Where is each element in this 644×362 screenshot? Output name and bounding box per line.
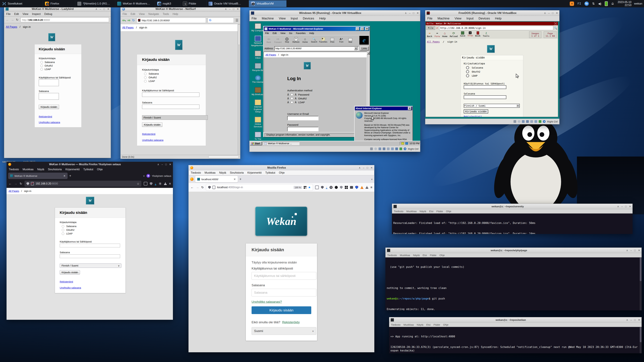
register-link[interactable]: Rekisteröinti	[142, 133, 156, 135]
password-input[interactable]: Salasana	[252, 289, 316, 297]
forward-icon[interactable]: →	[196, 186, 199, 189]
taskbar-button-virtualbox-manager[interactable]: Oracle VM VirtualBox M...	[206, 0, 244, 7]
new-tab-button[interactable]: +	[69, 174, 71, 178]
restore-button[interactable]: –	[548, 11, 550, 14]
menu-hamburger-icon[interactable]: ≡	[370, 186, 372, 189]
menu-muokkaa[interactable]: Muokkaa	[400, 254, 410, 257]
download-icon[interactable]: ↓	[326, 186, 327, 189]
back-icon[interactable]: ←	[8, 182, 12, 186]
address-dropdown-icon[interactable]: ▼	[354, 47, 358, 50]
close-button[interactable]: ✕	[638, 249, 640, 252]
stop-button[interactable]: ✕Stop	[282, 37, 291, 43]
close-button[interactable]: ✕	[107, 7, 109, 10]
minimize-button[interactable]: ∧	[544, 11, 546, 14]
battery-icon[interactable]	[605, 1, 608, 6]
maximize-button[interactable]: □	[552, 11, 554, 14]
restore-button[interactable]: –	[621, 205, 623, 208]
language-select[interactable]: Suomi∨	[252, 327, 316, 335]
url-bar[interactable]: http://192.168.0.20:8000/	[20, 17, 109, 22]
menu-view[interactable]: View	[280, 32, 286, 34]
close-button[interactable]: ✕	[554, 22, 557, 25]
maximize-button[interactable]: □	[634, 249, 636, 252]
minimize-button[interactable]: ∧	[359, 166, 360, 169]
maximize-button[interactable]: □	[103, 7, 105, 10]
forgot-password-link[interactable]: Unohtuiko salasana	[142, 139, 163, 141]
network-icon[interactable]: ⇅	[592, 2, 595, 5]
menu-tiedosto[interactable]: Tiedosto	[191, 171, 201, 174]
save-button[interactable]: Save	[460, 31, 465, 37]
register-link[interactable]: Rekisteröidy	[282, 321, 300, 324]
menu-go[interactable]: Go	[289, 32, 292, 34]
back-icon[interactable]: ←	[190, 186, 194, 189]
url-bar[interactable]: 192.168.0.20:8000 ☆	[24, 181, 142, 187]
back-icon[interactable]: ←	[6, 18, 9, 22]
minimize-button[interactable]: ∧	[405, 11, 407, 14]
icon-my-briefcase[interactable]: My Briefcase	[251, 87, 265, 96]
minimize-button[interactable]: ∧	[626, 319, 628, 322]
horizontal-scrollbar[interactable]	[208, 156, 239, 158]
restore-button[interactable]: –	[100, 7, 101, 10]
download-icon[interactable]: ↓	[155, 182, 156, 185]
back-button[interactable]: ⬅Back	[427, 31, 432, 37]
extension-orange-icon[interactable]	[360, 186, 364, 189]
minimize-button[interactable]: ∧	[617, 205, 619, 208]
firefox-titlebar[interactable]: Mozilla Firefox ∧–□✕	[188, 165, 374, 170]
menu-ohje[interactable]: Ohje	[446, 210, 451, 213]
icon-recycle-bin[interactable]: Recycle Bin	[251, 63, 265, 72]
close-button[interactable]: ✕	[169, 163, 171, 166]
forgot-password-link[interactable]: Unohtuiko salasana	[39, 121, 60, 124]
menu-sivuhistoria[interactable]: Sivuhistoria	[48, 168, 62, 171]
close-button[interactable]: ✕	[365, 27, 369, 30]
maximize-button[interactable]: □	[360, 27, 364, 30]
menu-view[interactable]: View	[139, 12, 144, 15]
terminal-titlebar[interactable]: wekan@z: ~/repos/w/php/page ∧–□✕	[386, 248, 642, 253]
display-tray-icon[interactable]	[405, 142, 408, 145]
refresh-button[interactable]: ⟳Refresh	[292, 37, 300, 43]
menu-file[interactable]: File	[265, 32, 269, 34]
taskbar-button-wekan-ladybird[interactable]: WeKan ® Multiverse - L...	[115, 0, 153, 7]
menu-kirjanmerkit[interactable]: Kirjanmerkit	[66, 168, 80, 171]
protections-icon[interactable]	[321, 186, 324, 189]
menu-kirjanmerkit[interactable]: Kirjanmerkit	[247, 171, 262, 174]
menu-tiedosto[interactable]: Tiedosto	[387, 254, 397, 257]
tracking-protection-shield-icon[interactable]	[208, 186, 211, 189]
vbox-titlebar[interactable]: Windows 95 [Running] - Oracle VM Virtual…	[250, 10, 420, 16]
links-button[interactable]: Links	[360, 46, 369, 50]
menu-etsi[interactable]: Etsi	[426, 323, 430, 326]
menu-edit[interactable]: Edit	[131, 12, 135, 15]
close-button[interactable]: ✕	[408, 107, 412, 110]
language-select[interactable]: Finnish / Suomi ▼	[464, 104, 520, 108]
font-button[interactable]: A⁺Font	[337, 37, 346, 43]
maximize-button[interactable]: □	[233, 7, 234, 10]
sign-in-button[interactable]: Kirjaudu sisään	[142, 122, 162, 127]
bookmark-star-icon[interactable]: ★	[308, 186, 311, 189]
menu-edit[interactable]: Edit	[273, 32, 277, 34]
favorites-button[interactable]: ✱Favorites	[319, 37, 328, 43]
password-input[interactable]	[464, 95, 506, 99]
tray-app-icon[interactable]: ✕	[570, 1, 574, 6]
register-link[interactable]: Rekisteröinti	[39, 115, 52, 118]
ie-titlebar[interactable]: WeKan ® Multiverse - Microsoft Internet …	[264, 27, 370, 31]
menu-ohje[interactable]: Ohje	[97, 168, 103, 171]
notification-bell-icon[interactable]: 🕭	[611, 2, 614, 5]
restore-button[interactable]: –	[409, 11, 410, 14]
sign-in-button[interactable]: Kirjaudu sisään	[464, 109, 488, 113]
dillo-titlebar[interactable]: Dillo: WeKan Â® Multiverse ✕	[426, 22, 558, 25]
home-button[interactable]: ⌂Home	[301, 37, 310, 43]
permissions-icon[interactable]	[144, 182, 148, 186]
print-button[interactable]: Print	[328, 37, 336, 43]
menu-help[interactable]: Help	[172, 12, 178, 15]
password-input[interactable]	[60, 254, 120, 258]
tab-list-chevron-icon[interactable]: ∨	[143, 175, 145, 177]
minimize-button[interactable]: _	[356, 27, 360, 30]
forward-icon[interactable]: →	[14, 182, 17, 186]
maximize-button[interactable]: □	[366, 166, 368, 169]
radio-password[interactable]	[40, 61, 43, 63]
radio-password[interactable]	[62, 225, 64, 228]
ublock-icon[interactable]: 9+	[355, 186, 358, 189]
url-input[interactable]: http://192.168.0.20:8000/sign-in	[439, 26, 553, 30]
tools-button[interactable]: ⚷Tools	[483, 31, 489, 37]
menu-ohje[interactable]: Ohje	[279, 171, 284, 174]
menu-sivuhistoria[interactable]: Sivuhistoria	[230, 171, 244, 174]
menu-file[interactable]: File	[6, 12, 10, 15]
